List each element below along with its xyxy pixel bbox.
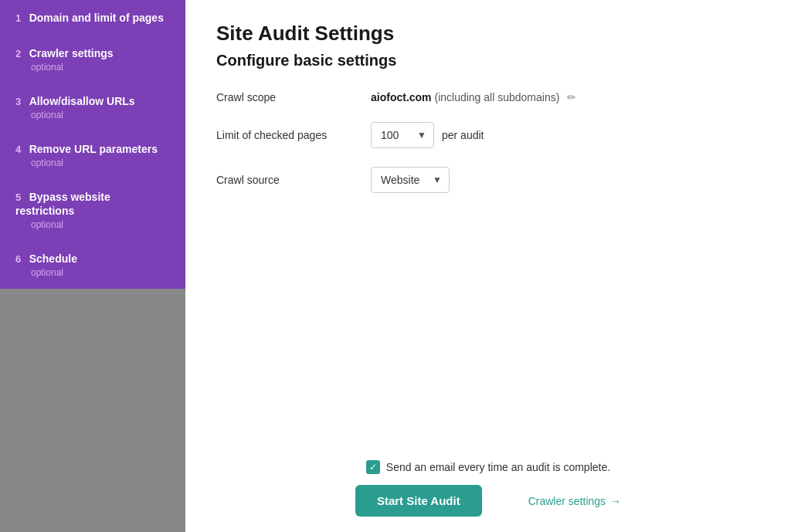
limit-select[interactable]: 100 500 1000 (371, 122, 434, 148)
crawl-scope-value: aiofoct.com (including all subdomains) ✏ (371, 91, 576, 103)
sidebar-item-1-number: 1 (15, 12, 21, 24)
sidebar-nav: 1 Domain and limit of pages 2 Crawler se… (0, 0, 185, 289)
crawler-settings-link[interactable]: Crawler settings → (528, 495, 621, 507)
email-row: ✓ Send an email every time an audit is c… (366, 460, 610, 474)
main-content: Site Audit Settings Configure basic sett… (185, 0, 791, 448)
crawl-source-label: Crawl source (216, 174, 371, 186)
sidebar-item-6[interactable]: 6 Schedule optional (0, 241, 185, 289)
crawl-source-select[interactable]: Website Sitemap (371, 167, 450, 193)
crawl-source-select-wrapper: Website Sitemap ▼ (371, 167, 450, 193)
sidebar-item-2-subtitle: optional (15, 62, 170, 73)
bottom-bar: ✓ Send an email every time an audit is c… (185, 448, 791, 532)
email-label: Send an email every time an audit is com… (386, 461, 610, 473)
sidebar-item-1[interactable]: 1 Domain and limit of pages (0, 0, 185, 36)
sidebar-item-3[interactable]: 3 Allow/disallow URLs optional (0, 83, 185, 131)
sidebar-item-6-subtitle: optional (15, 267, 170, 278)
main-content-area: Site Audit Settings Configure basic sett… (185, 0, 791, 532)
crawl-scope-row: Crawl scope aiofoct.com (including all s… (216, 91, 760, 103)
email-checkbox[interactable]: ✓ (366, 460, 380, 474)
sidebar-item-5-subtitle: optional (15, 219, 170, 230)
sidebar-item-2[interactable]: 2 Crawler settings optional (0, 36, 185, 83)
per-audit-label: per audit (442, 129, 484, 141)
crawl-scope-domain: aiofoct.com (371, 91, 432, 103)
sidebar-item-5-title: Bypass website restrictions (15, 191, 110, 217)
sidebar-item-5[interactable]: 5 Bypass website restrictions optional (0, 179, 185, 241)
sidebar-item-4-title: Remove URL parameters (29, 143, 158, 155)
limit-label: Limit of checked pages (216, 129, 371, 141)
sidebar-item-4[interactable]: 4 Remove URL parameters optional (0, 131, 185, 179)
edit-icon[interactable]: ✏ (567, 91, 576, 103)
sidebar-item-2-number: 2 (15, 48, 21, 59)
crawler-settings-label: Crawler settings (528, 495, 606, 507)
sidebar-item-6-title: Schedule (29, 252, 77, 265)
checkmark-icon: ✓ (369, 463, 377, 472)
sidebar-item-3-subtitle: optional (15, 110, 170, 120)
crawl-scope-note-text: (including all subdomains) (434, 91, 559, 103)
page-title: Site Audit Settings (216, 22, 760, 46)
actions-row: Start Site Audit Crawler settings → (216, 485, 760, 517)
sidebar-item-1-title: Domain and limit of pages (29, 12, 164, 24)
crawler-settings-arrow: → (610, 495, 621, 507)
sidebar: 1 Domain and limit of pages 2 Crawler se… (0, 0, 185, 532)
sidebar-item-3-number: 3 (15, 96, 21, 107)
start-audit-button[interactable]: Start Site Audit (355, 485, 482, 517)
limit-row: Limit of checked pages 100 500 1000 ▼ pe… (216, 122, 760, 148)
email-checkbox-wrapper: ✓ Send an email every time an audit is c… (366, 460, 610, 474)
limit-select-wrapper: 100 500 1000 ▼ (371, 122, 434, 148)
section-title: Configure basic settings (216, 52, 760, 69)
sidebar-item-4-number: 4 (15, 144, 21, 155)
crawl-scope-label: Crawl scope (216, 91, 371, 103)
crawl-source-row: Crawl source Website Sitemap ▼ (216, 167, 760, 193)
sidebar-item-2-title: Crawler settings (29, 47, 114, 59)
sidebar-item-6-number: 6 (15, 253, 21, 265)
sidebar-item-5-number: 5 (15, 191, 21, 203)
sidebar-gray-area (0, 289, 185, 532)
sidebar-item-4-subtitle: optional (15, 158, 170, 168)
sidebar-item-3-title: Allow/disallow URLs (29, 95, 135, 107)
